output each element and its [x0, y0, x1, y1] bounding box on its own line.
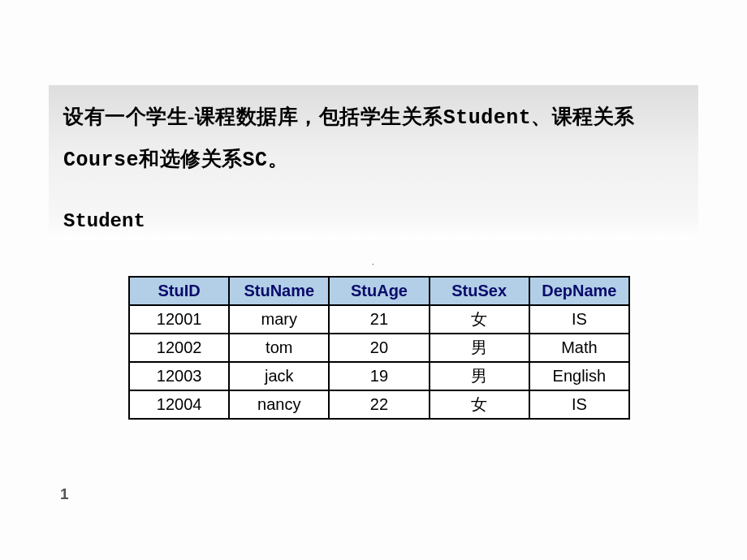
- col-header: StuAge: [329, 277, 429, 305]
- cell: 21: [329, 305, 429, 334]
- cell: 女: [430, 305, 529, 334]
- page-number: 1: [60, 485, 69, 503]
- col-header: StuID: [129, 277, 229, 305]
- header-part1: 设有一个学生-课程数据库，包括学生关系: [63, 106, 443, 127]
- cell: 12002: [129, 334, 229, 362]
- col-header: StuSex: [430, 277, 529, 305]
- table-body: 12001 mary 21 女 IS 12002 tom 20 男 Math 1…: [129, 305, 629, 419]
- cell: IS: [529, 390, 629, 419]
- cell: 男: [430, 334, 529, 362]
- header-mono1: Student: [443, 106, 532, 130]
- cell: jack: [229, 362, 329, 390]
- cell: 12004: [129, 390, 229, 419]
- cell: nancy: [229, 390, 329, 419]
- cell: Math: [529, 334, 629, 362]
- header-box: 设有一个学生-课程数据库，包括学生关系Student、课程关系Course和选修…: [49, 84, 698, 240]
- cell: 22: [329, 390, 429, 419]
- col-header: DepName: [529, 277, 629, 305]
- table-row: 12003 jack 19 男 English: [129, 362, 629, 390]
- student-table: StuID StuName StuAge StuSex DepName 1200…: [128, 276, 630, 420]
- cell: mary: [229, 305, 329, 334]
- col-header: StuName: [229, 277, 329, 305]
- cell: 19: [329, 362, 429, 390]
- header-part4: 。: [268, 148, 289, 170]
- table-row: 12002 tom 20 男 Math: [129, 334, 629, 362]
- header-part3: 和选修关系: [139, 148, 243, 170]
- cell: English: [529, 362, 629, 390]
- cell: 男: [430, 362, 529, 390]
- table-head: StuID StuName StuAge StuSex DepName: [129, 277, 629, 305]
- cell: 女: [430, 390, 529, 419]
- table-row: 12001 mary 21 女 IS: [129, 305, 629, 334]
- cell: 12003: [129, 362, 229, 390]
- header-part2: 、课程关系: [531, 106, 635, 127]
- center-dot: ·: [372, 260, 374, 269]
- header-text: 设有一个学生-课程数据库，包括学生关系Student、课程关系Course和选修…: [63, 97, 684, 181]
- cell: 20: [329, 334, 429, 362]
- cell: IS: [529, 305, 629, 334]
- cell: tom: [229, 334, 329, 362]
- table-row: 12004 nancy 22 女 IS: [129, 390, 629, 419]
- header-mono3: SC: [243, 149, 268, 172]
- table-header-row: StuID StuName StuAge StuSex DepName: [129, 277, 629, 305]
- table-label: Student: [63, 210, 145, 232]
- cell: 12001: [129, 305, 229, 334]
- header-mono2: Course: [63, 149, 139, 172]
